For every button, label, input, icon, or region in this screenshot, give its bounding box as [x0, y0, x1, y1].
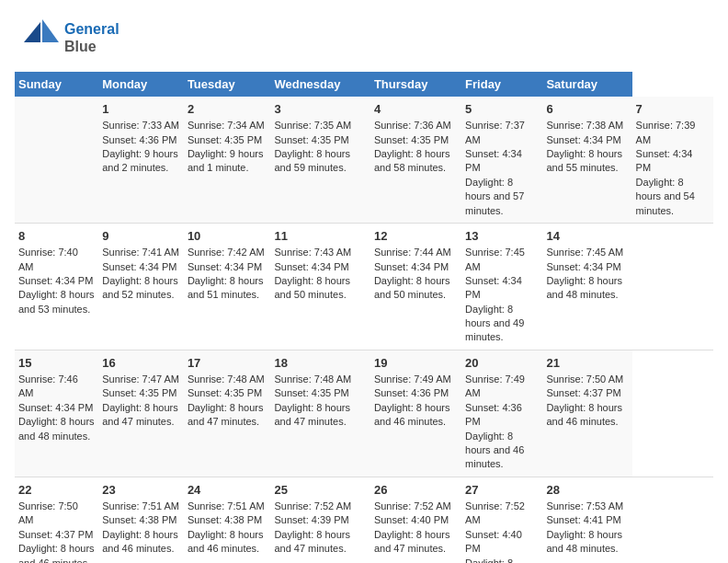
week-row-3: 22Sunrise: 7:50 AMSunset: 4:37 PMDayligh… — [15, 477, 713, 563]
sunset-text: Sunset: 4:34 PM — [188, 261, 262, 272]
sunrise-text: Sunrise: 7:52 AM — [374, 500, 451, 511]
page-header: GeneralBlue — [15, 15, 713, 61]
sunrise-text: Sunrise: 7:50 AM — [18, 500, 78, 525]
logo: GeneralBlue — [15, 15, 119, 61]
calendar-cell: 25Sunrise: 7:52 AMSunset: 4:39 PMDayligh… — [270, 477, 370, 563]
daylight-text: Daylight: 8 hours and 46 minutes. — [465, 431, 524, 470]
calendar-cell: 22Sunrise: 7:50 AMSunset: 4:37 PMDayligh… — [15, 477, 98, 563]
header-friday: Friday — [461, 72, 542, 97]
sunset-text: Sunset: 4:36 PM — [374, 387, 449, 398]
day-number: 5 — [465, 101, 539, 118]
day-number: 14 — [546, 228, 628, 245]
header-thursday: Thursday — [370, 72, 461, 97]
sunrise-text: Sunrise: 7:52 AM — [274, 500, 351, 511]
calendar-cell: 8Sunrise: 7:40 AMSunset: 4:34 PMDaylight… — [15, 223, 98, 350]
calendar-cell: 27Sunrise: 7:52 AMSunset: 4:40 PMDayligh… — [461, 477, 542, 563]
sunrise-text: Sunrise: 7:41 AM — [102, 247, 179, 258]
daylight-text: Daylight: 8 hours and 47 minutes. — [374, 529, 450, 554]
header-tuesday: Tuesday — [184, 72, 271, 97]
day-number: 18 — [274, 355, 366, 372]
sunrise-text: Sunrise: 7:52 AM — [465, 500, 525, 525]
sunset-text: Sunset: 4:34 PM — [636, 148, 693, 173]
day-number: 6 — [546, 101, 628, 118]
week-row-1: 8Sunrise: 7:40 AMSunset: 4:34 PMDaylight… — [15, 223, 713, 350]
day-number: 11 — [274, 228, 366, 245]
sunset-text: Sunset: 4:38 PM — [102, 514, 176, 525]
sunset-text: Sunset: 4:35 PM — [274, 134, 348, 145]
daylight-text: Daylight: 8 hours and 47 minutes. — [274, 402, 350, 427]
calendar-cell: 17Sunrise: 7:48 AMSunset: 4:35 PMDayligh… — [184, 350, 271, 477]
calendar-cell: 11Sunrise: 7:43 AMSunset: 4:34 PMDayligh… — [270, 223, 370, 350]
logo-blue: Blue — [64, 38, 119, 55]
header-wednesday: Wednesday — [270, 72, 370, 97]
daylight-text: Daylight: 8 hours and 48 minutes. — [18, 416, 95, 441]
sunrise-text: Sunrise: 7:44 AM — [374, 247, 451, 258]
day-number: 23 — [102, 482, 180, 499]
sunset-text: Sunset: 4:40 PM — [374, 514, 449, 525]
calendar-cell: 18Sunrise: 7:48 AMSunset: 4:35 PMDayligh… — [270, 350, 370, 477]
sunset-text: Sunset: 4:39 PM — [274, 514, 348, 525]
daylight-text: Daylight: 8 hours and 50 minutes. — [274, 275, 350, 300]
calendar-cell: 3Sunrise: 7:35 AMSunset: 4:35 PMDaylight… — [270, 97, 370, 223]
calendar-cell — [15, 97, 98, 223]
header-monday: Monday — [98, 72, 184, 97]
calendar-cell: 15Sunrise: 7:46 AMSunset: 4:34 PMDayligh… — [15, 350, 98, 477]
sunset-text: Sunset: 4:37 PM — [546, 387, 620, 398]
calendar-cell: 9Sunrise: 7:41 AMSunset: 4:34 PMDaylight… — [98, 223, 184, 350]
calendar-cell: 19Sunrise: 7:49 AMSunset: 4:36 PMDayligh… — [370, 350, 461, 477]
calendar-table: SundayMondayTuesdayWednesdayThursdayFrid… — [15, 72, 713, 563]
sunrise-text: Sunrise: 7:47 AM — [102, 373, 179, 385]
daylight-text: Daylight: 8 hours and 47 minutes. — [465, 557, 524, 563]
calendar-cell: 10Sunrise: 7:42 AMSunset: 4:34 PMDayligh… — [184, 223, 271, 350]
sunrise-text: Sunrise: 7:48 AM — [274, 373, 351, 385]
day-number: 7 — [636, 101, 710, 118]
daylight-text: Daylight: 8 hours and 46 minutes. — [18, 543, 95, 563]
daylight-text: Daylight: 8 hours and 48 minutes. — [546, 529, 622, 554]
calendar-cell: 7Sunrise: 7:39 AMSunset: 4:34 PMDaylight… — [632, 97, 713, 223]
day-number: 27 — [465, 482, 539, 499]
daylight-text: Daylight: 9 hours and 1 minute. — [188, 148, 264, 173]
daylight-text: Daylight: 8 hours and 57 minutes. — [465, 177, 524, 216]
day-number: 16 — [102, 355, 180, 372]
header-sunday: Sunday — [15, 72, 98, 97]
day-number: 21 — [546, 355, 628, 372]
calendar-cell: 16Sunrise: 7:47 AMSunset: 4:35 PMDayligh… — [98, 350, 184, 477]
day-number: 13 — [465, 228, 539, 245]
day-number: 9 — [102, 228, 180, 245]
sunrise-text: Sunrise: 7:37 AM — [465, 120, 525, 144]
daylight-text: Daylight: 8 hours and 50 minutes. — [374, 275, 450, 300]
daylight-text: Daylight: 8 hours and 47 minutes. — [188, 402, 264, 427]
sunrise-text: Sunrise: 7:38 AM — [546, 120, 623, 131]
svg-marker-2 — [24, 22, 40, 42]
sunset-text: Sunset: 4:35 PM — [102, 387, 176, 398]
sunrise-text: Sunrise: 7:46 AM — [18, 373, 78, 398]
sunrise-text: Sunrise: 7:42 AM — [188, 247, 265, 258]
sunrise-text: Sunrise: 7:49 AM — [374, 373, 451, 385]
day-number: 22 — [18, 482, 95, 499]
daylight-text: Daylight: 8 hours and 48 minutes. — [546, 275, 622, 300]
sunrise-text: Sunrise: 7:40 AM — [18, 247, 78, 271]
sunrise-text: Sunrise: 7:35 AM — [274, 120, 351, 131]
sunset-text: Sunset: 4:35 PM — [274, 387, 348, 398]
daylight-text: Daylight: 8 hours and 52 minutes. — [102, 275, 178, 300]
sunrise-text: Sunrise: 7:36 AM — [374, 120, 451, 131]
sunrise-text: Sunrise: 7:51 AM — [188, 500, 265, 511]
day-number: 17 — [188, 355, 267, 372]
day-number: 12 — [374, 228, 458, 245]
sunset-text: Sunset: 4:34 PM — [274, 261, 348, 272]
calendar-cell: 26Sunrise: 7:52 AMSunset: 4:40 PMDayligh… — [370, 477, 461, 563]
sunrise-text: Sunrise: 7:45 AM — [546, 247, 623, 258]
sunrise-text: Sunrise: 7:50 AM — [546, 373, 623, 385]
sunset-text: Sunset: 4:40 PM — [465, 529, 522, 554]
daylight-text: Daylight: 8 hours and 54 minutes. — [636, 177, 695, 216]
calendar-cell: 20Sunrise: 7:49 AMSunset: 4:36 PMDayligh… — [461, 350, 542, 477]
sunrise-text: Sunrise: 7:45 AM — [465, 247, 525, 271]
sunset-text: Sunset: 4:34 PM — [102, 261, 176, 272]
sunrise-text: Sunrise: 7:48 AM — [188, 373, 265, 385]
day-number: 1 — [102, 101, 180, 118]
sunrise-text: Sunrise: 7:39 AM — [636, 120, 696, 144]
daylight-text: Daylight: 8 hours and 58 minutes. — [374, 148, 450, 173]
calendar-cell: 28Sunrise: 7:53 AMSunset: 4:41 PMDayligh… — [542, 477, 631, 563]
daylight-text: Daylight: 8 hours and 51 minutes. — [188, 275, 264, 300]
header-saturday: Saturday — [542, 72, 631, 97]
